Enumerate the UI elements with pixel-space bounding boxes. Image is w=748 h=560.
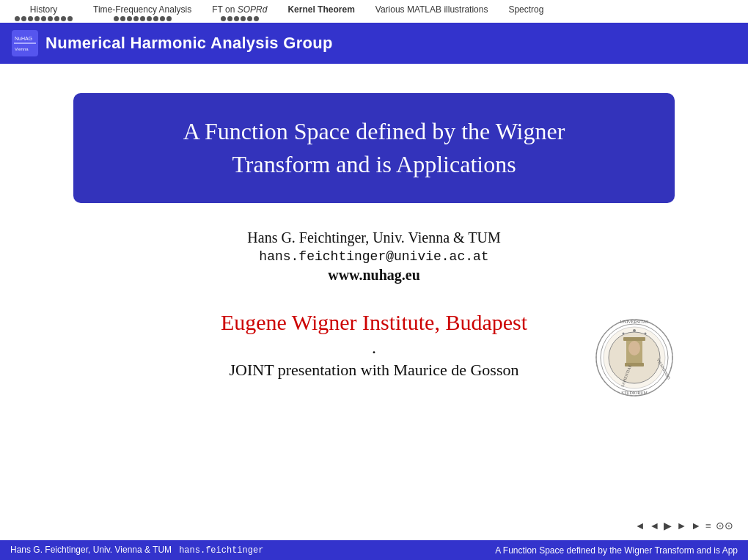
dot [28, 16, 33, 21]
nav-item-history[interactable]: History [15, 4, 73, 21]
dot [241, 16, 246, 21]
event-title: Eugene Wigner Institute, Budapest [73, 310, 675, 335]
footer-author-name: Hans G. Feichtinger, Univ. Vienna & TUM [10, 545, 172, 555]
dot [147, 16, 152, 21]
nuhag-logo: NuHAG Vienna [12, 30, 38, 56]
nav-label-kernel: Kernel Theorem [287, 4, 354, 15]
top-navigation: History Time-Frequency Analysis [0, 0, 748, 23]
nav-label-history: History [30, 4, 57, 15]
author-email: hans.feichtinger@univie.ac.at [247, 249, 500, 264]
dot [54, 16, 59, 21]
dot [34, 16, 40, 21]
svg-point-11 [628, 341, 640, 355]
dot [254, 16, 259, 21]
dot [133, 16, 139, 21]
dot [48, 16, 53, 21]
dot [247, 16, 252, 21]
nav-dots-history [15, 16, 73, 21]
author-website: www.nuhag.eu [247, 267, 500, 284]
dot [61, 16, 66, 21]
slide-title-line2: Transform and is Applications [232, 151, 516, 177]
header-title: Numerical Harmonic Analysis Group [45, 34, 333, 53]
svg-rect-9 [623, 337, 645, 341]
nav-label-ft: FT on SOPRd [212, 4, 267, 15]
svg-point-12 [633, 329, 636, 332]
nav-separator: ▶ [664, 520, 672, 532]
footer-bar: Hans G. Feichtinger, Univ. Vienna & TUM … [0, 540, 748, 560]
nav-separator2: ≡ [705, 520, 711, 532]
author-section: Hans G. Feichtinger, Univ. Vienna & TUM … [247, 229, 500, 284]
slide-title: A Function Space defined by the Wigner T… [110, 115, 638, 181]
nav-item-kernel[interactable]: Kernel Theorem [287, 4, 354, 16]
svg-point-14 [623, 332, 625, 334]
dot [67, 16, 73, 21]
nav-dots-tfa [114, 16, 172, 21]
dot [114, 16, 119, 21]
nav-item-tfa[interactable]: Time-Frequency Analysis [93, 4, 191, 21]
nav-arrow-right2[interactable]: ► [691, 520, 701, 532]
main-content: A Function Space defined by the Wigner T… [0, 64, 748, 380]
nav-item-ft[interactable]: FT on SOPRd [212, 4, 267, 21]
nav-label-spectrog: Spectrog [508, 4, 543, 15]
slide-title-box: A Function Space defined by the Wigner T… [73, 93, 675, 203]
nav-label-tfa: Time-Frequency Analysis [93, 4, 191, 15]
dot [140, 16, 145, 21]
dot [234, 16, 239, 21]
svg-point-13 [645, 332, 647, 334]
dot [221, 16, 226, 21]
dot [21, 16, 26, 21]
dot [41, 16, 46, 21]
svg-text:UNIVERSITAS: UNIVERSITAS [620, 320, 649, 324]
event-dot: . [73, 338, 675, 358]
nav-menu[interactable]: ⊙⊙ [716, 520, 733, 532]
svg-text:NuHAG: NuHAG [15, 36, 32, 41]
nav-dots-ft [221, 16, 259, 21]
nav-label-matlab: Various MATLAB illustrations [375, 4, 488, 15]
nav-item-matlab[interactable]: Various MATLAB illustrations [375, 4, 488, 15]
footer-author: Hans G. Feichtinger, Univ. Vienna & TUM … [10, 545, 263, 556]
footer-slide-title: A Function Space defined by the Wigner T… [495, 545, 738, 556]
nav-arrow-right[interactable]: ► [676, 520, 686, 532]
slide-title-line1: A Function Space defined by the Wigner [183, 118, 565, 144]
footer-author-email: hans.feichtinger [179, 545, 263, 556]
dot [153, 16, 158, 21]
dot [227, 16, 232, 21]
event-section: Eugene Wigner Institute, Budapest . JOIN… [73, 310, 675, 380]
nav-item-spectrog[interactable]: Spectrog [508, 4, 543, 15]
header-bar: NuHAG Vienna Numerical Harmonic Analysis… [0, 23, 748, 64]
dot [120, 16, 125, 21]
author-name: Hans G. Feichtinger, Univ. Vienna & TUM [247, 229, 500, 246]
dot [160, 16, 165, 21]
slide-navigation: ◄ ◄ ▶ ► ► ≡ ⊙⊙ [635, 520, 733, 532]
university-seal: UNIVERSITAS STUDIORUM SAPIENTIAE VIENNEN… [594, 317, 675, 398]
nav-arrow-left2[interactable]: ◄ [650, 520, 660, 532]
svg-text:Vienna: Vienna [15, 47, 29, 51]
svg-rect-2 [14, 43, 36, 44]
nav-arrow-left[interactable]: ◄ [635, 520, 645, 532]
dot [15, 16, 20, 21]
dot [166, 16, 172, 21]
dot [127, 16, 132, 21]
event-subtitle: JOINT presentation with Maurice de Gosso… [73, 361, 675, 380]
